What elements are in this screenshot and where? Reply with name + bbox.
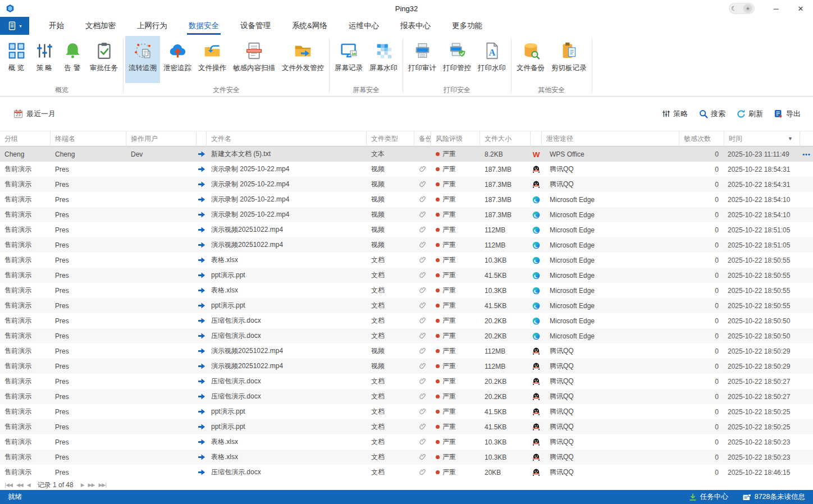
monitor-icon: [340, 39, 358, 62]
tab-more-features[interactable]: 更多功能: [441, 17, 493, 35]
ribbon-file-operations-button[interactable]: 文件操作: [195, 36, 230, 83]
tab-web-behavior[interactable]: 上网行为: [126, 17, 178, 35]
ribbon-group-label: 其他安全: [513, 83, 590, 95]
table-row[interactable]: 售前演示Pres演示视频20251022.mp4视频严重112MB腾讯QQ020…: [0, 343, 813, 359]
column-header-filetype[interactable]: 文件类型: [367, 131, 414, 146]
ribbon-leak-trace-button[interactable]: 泄密追踪: [160, 36, 195, 83]
table-row[interactable]: 售前演示Presppt演示.ppt文档严重41.5KB腾讯QQ02025-10-…: [0, 419, 813, 434]
cell-group: 售前演示: [0, 180, 51, 189]
tab-doc-encrypt[interactable]: 文档加密: [75, 17, 126, 35]
table-row[interactable]: ChengChengDev新建文本文档 (5).txt文本严重8.2KBWWPS…: [0, 146, 813, 162]
table-header: 分组终端名操作用户文件名文件类型备份风险评级文件大小泄密途径敏感次数时间▼: [0, 131, 813, 146]
table-row[interactable]: 售前演示Pres演示录制 2025-10-22.mp4视频严重187.3MBMi…: [0, 192, 813, 207]
export-button[interactable]: 导出: [774, 109, 801, 119]
table-row[interactable]: 售前演示Pres压缩包演示.docx文档严重20.2KB腾讯QQ02025-10…: [0, 389, 813, 404]
table-row[interactable]: 售前演示Pres压缩包演示.docx文档严重20.2KBMicrosoft Ed…: [0, 328, 813, 343]
edge-icon: [532, 287, 540, 295]
folder-out-icon: [294, 39, 312, 62]
column-header-time[interactable]: 时间▼: [724, 131, 800, 146]
task-center-button[interactable]: 任务中心: [689, 492, 728, 502]
ribbon-sensitive-scan-button[interactable]: 敏感内容扫描: [230, 36, 278, 83]
paperclip-icon: [419, 181, 427, 188]
risk-dot: [436, 470, 440, 474]
table-row[interactable]: 售前演示Pres演示视频20251022.mp4视频严重112MBMicroso…: [0, 222, 813, 237]
bell-icon: [63, 39, 82, 62]
cell-group: 售前演示: [0, 422, 51, 432]
ribbon-overview-button[interactable]: 概 览: [2, 36, 30, 83]
table-row[interactable]: 售前演示Pres演示录制 2025-10-22.mp4视频严重187.3MB腾讯…: [0, 162, 813, 177]
table-row[interactable]: 售前演示Pres表格.xlsx文档严重10.3KB腾讯QQ02025-10-22…: [0, 450, 813, 465]
prev-fast-button[interactable]: ◀◀: [16, 482, 23, 488]
table-row[interactable]: 售前演示Pres压缩包演示.docx文档严重20.2KBMicrosoft Ed…: [0, 313, 813, 328]
column-header-filename[interactable]: 文件名: [207, 131, 367, 146]
ribbon-file-backup-button[interactable]: 文件备份: [513, 36, 548, 83]
minimize-button[interactable]: ─: [764, 0, 788, 17]
next-fast-button[interactable]: ▶▶: [88, 482, 95, 488]
table-row[interactable]: 售前演示Presppt演示.ppt文档严重41.5KBMicrosoft Edg…: [0, 268, 813, 283]
ribbon-alert-button[interactable]: 告 警: [58, 36, 86, 83]
column-header-operator[interactable]: 操作用户: [126, 131, 197, 146]
risk-dot: [436, 228, 440, 232]
filter-caret-icon[interactable]: ▼: [788, 131, 793, 146]
column-header-sensitive-count[interactable]: 敏感次数: [679, 131, 724, 146]
tab-report-center[interactable]: 报表中心: [390, 17, 441, 35]
last-page-button[interactable]: ▶▶|: [98, 482, 106, 488]
table-row[interactable]: 售前演示Pres压缩包演示.docx文档严重20.2KB腾讯QQ02025-10…: [0, 374, 813, 389]
column-header-actions[interactable]: [800, 131, 813, 146]
cell-time: 2025-10-22 18:54:31: [724, 166, 800, 173]
more-actions-button[interactable]: •••: [802, 151, 811, 158]
table-row[interactable]: 售前演示Pres演示录制 2025-10-22.mp4视频严重187.3MBMi…: [0, 207, 813, 222]
tab-ops-center[interactable]: 运维中心: [338, 17, 390, 35]
column-header-file-icon[interactable]: [197, 131, 207, 146]
column-header-filesize[interactable]: 文件大小: [480, 131, 531, 146]
column-header-channel[interactable]: 泄密途径: [542, 131, 679, 146]
ribbon-policy-button[interactable]: 策 略: [30, 36, 58, 83]
column-header-risk[interactable]: 风险评级: [431, 131, 480, 146]
table-row[interactable]: 售前演示Pres演示录制 2025-10-22.mp4视频严重187.3MB腾讯…: [0, 177, 813, 192]
ribbon-print-control-button[interactable]: 打印管控: [440, 36, 474, 83]
date-range-filter[interactable]: 23 最近一月: [13, 109, 56, 119]
app-menu-button[interactable]: ▾: [0, 17, 29, 35]
table-row[interactable]: 售前演示Presppt演示.ppt文档严重41.5KBMicrosoft Edg…: [0, 298, 813, 313]
ribbon-approval-tasks-button[interactable]: 审批任务: [86, 36, 121, 83]
column-header-backup[interactable]: 备份: [414, 131, 431, 146]
table-row[interactable]: 售前演示Pres表格.xlsx文档严重10.3KBMicrosoft Edge0…: [0, 253, 813, 268]
cell-group: 售前演示: [0, 407, 51, 416]
next-page-button[interactable]: ▶: [81, 482, 84, 488]
paperclip-icon: [419, 226, 427, 233]
theme-toggle[interactable]: ☾ ☀: [729, 3, 755, 14]
ribbon-screen-watermark-button[interactable]: 屏幕水印: [366, 36, 401, 83]
unread-messages-button[interactable]: 8728条未读信息: [743, 492, 805, 502]
column-header-group[interactable]: 分组: [0, 131, 51, 146]
policy-button[interactable]: 策略: [662, 109, 688, 119]
table-row[interactable]: 售前演示Pres演示视频20251022.mp4视频严重112MB腾讯QQ020…: [0, 359, 813, 374]
column-header-app-icon[interactable]: [531, 131, 542, 146]
cell-file-direction: [197, 166, 207, 173]
refresh-button[interactable]: 刷新: [737, 109, 763, 119]
ribbon-file-outgoing-control-button[interactable]: 文件外发管控: [278, 36, 327, 83]
tab-system-network[interactable]: 系统&网络: [281, 17, 338, 35]
ribbon-group-屏幕安全: 屏幕记录屏幕水印屏幕安全: [331, 35, 401, 96]
tab-data-security[interactable]: 数据安全: [178, 17, 230, 35]
tab-device-mgmt[interactable]: 设备管理: [230, 17, 281, 35]
search-button[interactable]: 搜索: [699, 109, 725, 119]
ribbon-print-watermark-button[interactable]: A打印水印: [474, 36, 509, 83]
first-page-button[interactable]: |◀◀: [4, 482, 12, 488]
ribbon-clipboard-record-button[interactable]: 剪切板记录: [548, 36, 590, 83]
table-row[interactable]: 售前演示Presppt演示.ppt文档严重41.5KB腾讯QQ02025-10-…: [0, 404, 813, 419]
table-row[interactable]: 售前演示Pres表格.xlsx文档严重10.3KBMicrosoft Edge0…: [0, 283, 813, 298]
unread-messages-label: 8728条未读信息: [755, 492, 805, 502]
tab-home[interactable]: 开始: [38, 17, 75, 35]
ribbon-print-audit-button[interactable]: 打印审计: [405, 36, 440, 83]
table-row[interactable]: 售前演示Pres表格.xlsx文档严重10.3KB腾讯QQ02025-10-22…: [0, 434, 813, 450]
ribbon-flow-trace-button[interactable]: 流转追溯: [125, 36, 160, 83]
close-button[interactable]: ✕: [788, 0, 813, 17]
ribbon-item-label: 打印水印: [478, 63, 506, 73]
ribbon-screen-record-button[interactable]: 屏幕记录: [331, 36, 366, 83]
cell-channel: 腾讯QQ: [542, 452, 679, 462]
risk-dot: [436, 167, 440, 171]
table-row[interactable]: 售前演示Pres压缩包演示.docx文档严重20KB腾讯QQ02025-10-2…: [0, 465, 813, 480]
table-row[interactable]: 售前演示Pres演示视频20251022.mp4视频严重112MBMicroso…: [0, 237, 813, 253]
prev-page-button[interactable]: ◀: [27, 482, 30, 488]
column-header-terminal[interactable]: 终端名: [51, 131, 126, 146]
